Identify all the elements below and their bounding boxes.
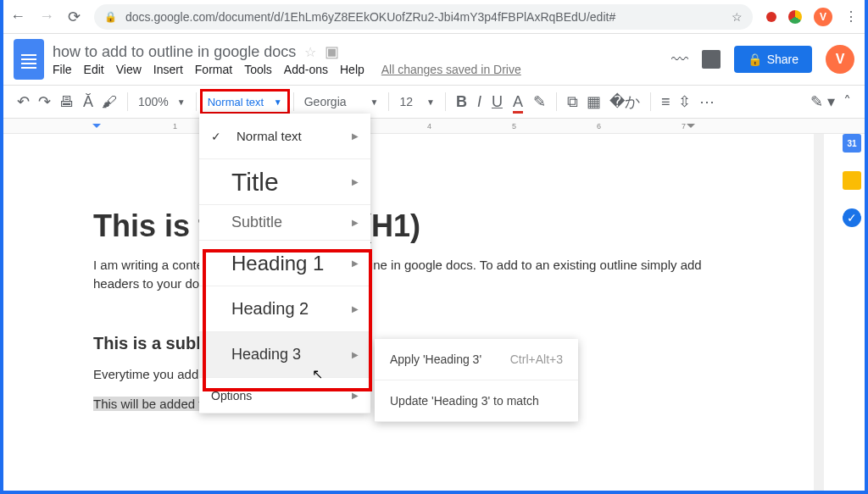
menu-tools[interactable]: Tools bbox=[244, 63, 272, 76]
print-icon[interactable]: 🖶 bbox=[59, 93, 75, 111]
comments-icon[interactable] bbox=[702, 50, 721, 69]
bold-button[interactable]: B bbox=[456, 93, 467, 111]
doc-paragraph[interactable]: I am writing a content to teach how to a… bbox=[93, 256, 737, 293]
style-options[interactable]: Options ▶ bbox=[199, 378, 370, 414]
submenu-arrow-icon: ▶ bbox=[352, 218, 359, 227]
apply-heading3[interactable]: Apply 'Heading 3' Ctrl+Alt+3 bbox=[375, 339, 578, 380]
text-color-button[interactable]: A bbox=[513, 93, 523, 111]
profile-avatar[interactable]: V bbox=[814, 8, 832, 26]
document-title[interactable]: how to add to outline in google docs bbox=[53, 43, 296, 61]
mouse-cursor-icon: ↖ bbox=[312, 366, 323, 382]
document-workspace: 31 ✓ › ✦ This is the header (H1) I am wr… bbox=[3, 134, 865, 494]
indent-marker-left[interactable] bbox=[92, 124, 101, 132]
shortcut-label: Ctrl+Alt+3 bbox=[510, 352, 563, 366]
heading3-submenu: Apply 'Heading 3' Ctrl+Alt+3 Update 'Hea… bbox=[375, 339, 578, 422]
update-label: Update 'Heading 3' to match bbox=[390, 394, 539, 408]
insert-image-icon[interactable]: �か bbox=[609, 92, 640, 112]
star-document-icon[interactable]: ☆ bbox=[304, 44, 316, 60]
indent-marker-right[interactable] bbox=[687, 124, 695, 132]
style-option-heading1[interactable]: Heading 1 ▶ bbox=[199, 241, 370, 286]
insert-comment-icon[interactable]: ▦ bbox=[587, 92, 601, 111]
format-toolbar: ↶ ↷ 🖶 Ă 🖌 100% ▼ Normal text ▼ Georgia ▼… bbox=[3, 85, 865, 119]
apply-label: Apply 'Heading 3' bbox=[390, 352, 481, 366]
chevron-down-icon: ▼ bbox=[274, 97, 282, 107]
menu-file[interactable]: File bbox=[53, 63, 72, 76]
menu-format[interactable]: Format bbox=[195, 63, 232, 76]
share-button[interactable]: 🔒 Share bbox=[734, 46, 812, 73]
save-status[interactable]: All changes saved in Drive bbox=[381, 63, 521, 76]
ruler-tick: 1 bbox=[173, 122, 177, 130]
menu-insert[interactable]: Insert bbox=[153, 63, 183, 76]
extension-colorwheel-icon[interactable] bbox=[788, 10, 802, 24]
more-toolbar-icon[interactable]: ⋯ bbox=[699, 92, 715, 111]
share-label: Share bbox=[767, 53, 798, 66]
submenu-arrow-icon: ▶ bbox=[352, 391, 359, 400]
font-size[interactable]: 12 bbox=[399, 95, 413, 108]
ruler-tick: 6 bbox=[597, 122, 601, 130]
italic-button[interactable]: I bbox=[477, 93, 481, 111]
docs-header: how to add to outline in google docs ☆ ▣… bbox=[3, 34, 865, 80]
style-option-normal[interactable]: ✓ Normal text ▶ bbox=[199, 114, 370, 159]
ruler-tick: 7 bbox=[682, 122, 686, 130]
check-icon: ✓ bbox=[211, 130, 221, 143]
update-heading3[interactable]: Update 'Heading 3' to match bbox=[375, 380, 578, 422]
side-panel-dock: 31 ✓ bbox=[843, 134, 861, 227]
star-icon[interactable]: ☆ bbox=[732, 10, 743, 24]
style-selected-label: Normal text bbox=[208, 96, 264, 108]
submenu-arrow-icon: ▶ bbox=[352, 258, 359, 268]
style-option-heading2[interactable]: Heading 2 ▶ bbox=[199, 286, 370, 332]
submenu-arrow-icon: ▶ bbox=[352, 177, 359, 186]
redo-icon[interactable]: ↷ bbox=[38, 92, 51, 111]
vertical-scrollbar[interactable] bbox=[814, 134, 824, 494]
activity-icon[interactable]: 〰 bbox=[671, 50, 688, 69]
account-avatar[interactable]: V bbox=[826, 45, 854, 74]
style-option-title[interactable]: Title ▶ bbox=[199, 159, 370, 205]
paragraph-style-selector[interactable]: Normal text ▼ bbox=[200, 89, 290, 114]
zoom-value[interactable]: 100% bbox=[138, 95, 169, 108]
menu-help[interactable]: Help bbox=[340, 63, 364, 76]
spellcheck-icon[interactable]: Ă bbox=[83, 93, 93, 111]
kebab-menu-icon[interactable]: ⋮ bbox=[844, 8, 858, 25]
menu-view[interactable]: View bbox=[116, 63, 142, 76]
extension-recorder-icon[interactable] bbox=[766, 12, 776, 22]
chevron-down-icon[interactable]: ▼ bbox=[426, 97, 435, 107]
keep-icon[interactable] bbox=[843, 171, 861, 190]
undo-icon[interactable]: ↶ bbox=[17, 92, 30, 111]
forward-icon[interactable]: → bbox=[39, 8, 54, 26]
submenu-arrow-icon: ▶ bbox=[352, 131, 359, 141]
horizontal-ruler[interactable]: 1 2 3 4 5 6 7 bbox=[3, 119, 865, 134]
style-option-heading3[interactable]: Heading 3 ▶ bbox=[199, 332, 370, 378]
url-bar[interactable]: 🔒 docs.google.com/document/d/1EhLm6yZ8EE… bbox=[94, 4, 753, 30]
paragraph-styles-menu: ✓ Normal text ▶ Title ▶ Subtitle ▶ Headi… bbox=[199, 114, 370, 414]
paint-format-icon[interactable]: 🖌 bbox=[102, 93, 117, 111]
collapse-toolbar-icon[interactable]: ˄ bbox=[843, 92, 851, 111]
ruler-tick: 4 bbox=[427, 122, 431, 130]
lock-small-icon: 🔒 bbox=[748, 53, 762, 66]
browser-toolbar: ← → ⟳ 🔒 docs.google.com/document/d/1EhLm… bbox=[3, 0, 865, 34]
menu-addons[interactable]: Add-ons bbox=[284, 63, 328, 76]
menu-bar: File Edit View Insert Format Tools Add-o… bbox=[53, 63, 663, 76]
line-spacing-button[interactable]: ⇳ bbox=[678, 92, 691, 111]
move-folder-icon[interactable]: ▣ bbox=[325, 42, 339, 61]
underline-button[interactable]: U bbox=[492, 93, 503, 111]
font-family[interactable]: Georgia bbox=[304, 95, 347, 108]
chevron-down-icon[interactable]: ▼ bbox=[370, 97, 379, 107]
back-icon[interactable]: ← bbox=[10, 8, 25, 26]
lock-icon: 🔒 bbox=[104, 11, 117, 23]
tasks-icon[interactable]: ✓ bbox=[843, 208, 861, 227]
highlight-button[interactable]: ✎ bbox=[533, 92, 546, 111]
insert-link-icon[interactable]: ⧉ bbox=[567, 93, 578, 111]
ruler-tick: 5 bbox=[512, 122, 516, 130]
url-text: docs.google.com/document/d/1EhLm6yZ8EEkO… bbox=[125, 10, 615, 24]
menu-edit[interactable]: Edit bbox=[84, 63, 104, 76]
align-button[interactable]: ≡ bbox=[661, 93, 670, 111]
doc-heading1[interactable]: This is the header (H1) bbox=[93, 208, 737, 244]
editing-mode-button[interactable]: ✎ ▾ bbox=[810, 92, 835, 111]
calendar-icon[interactable]: 31 bbox=[843, 134, 861, 153]
docs-logo-icon[interactable] bbox=[14, 39, 44, 80]
reload-icon[interactable]: ⟳ bbox=[68, 8, 81, 26]
submenu-arrow-icon: ▶ bbox=[352, 350, 359, 359]
chevron-down-icon[interactable]: ▼ bbox=[177, 97, 186, 107]
submenu-arrow-icon: ▶ bbox=[352, 304, 359, 314]
style-option-subtitle[interactable]: Subtitle ▶ bbox=[199, 205, 370, 241]
